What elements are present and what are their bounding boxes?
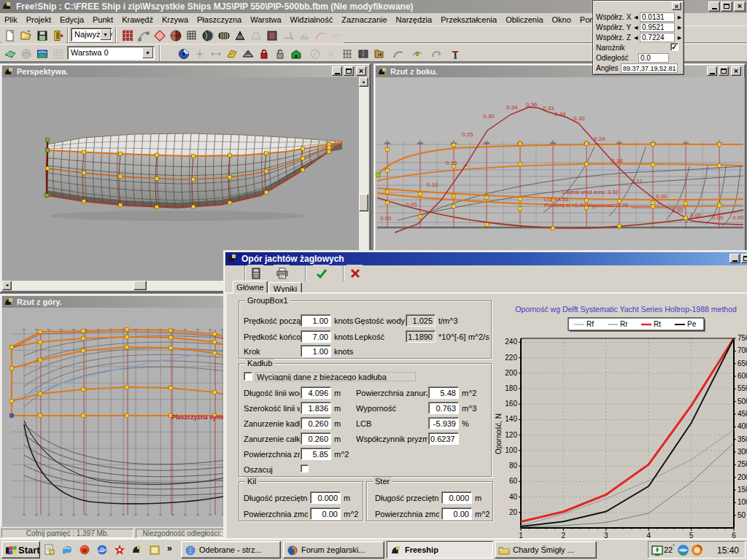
dialog-maximize-button[interactable] (741, 254, 747, 263)
hull-l2-input[interactable]: 0.260 (301, 417, 331, 429)
hull-r2-input[interactable]: -5.939 (428, 417, 459, 429)
toolbar-button-fair-curve[interactable] (390, 45, 406, 61)
toolbar-button-curvature[interactable] (311, 27, 328, 43)
quicklaunch-internet-explorer-icon[interactable] (96, 544, 109, 556)
main-minimize-button[interactable] (708, 1, 720, 12)
menu-item-2[interactable]: Edycja (55, 14, 88, 26)
toolbar-button-transform-curl[interactable] (427, 45, 444, 61)
spin-left-icon[interactable]: ◀ (634, 15, 638, 20)
network-globe-tray-icon[interactable] (677, 544, 689, 556)
toolbar-button-interior-edges[interactable] (151, 27, 167, 43)
spin-left-icon[interactable]: ◀ (634, 35, 638, 40)
perspective-vscroll-thumb[interactable] (359, 194, 368, 211)
toolbar-button-gauss-curvature[interactable] (18, 45, 34, 61)
toolbar-button-developability[interactable] (34, 45, 50, 61)
dialog-minimize-button[interactable] (729, 254, 740, 263)
toolbar-button-add-point[interactable] (191, 45, 207, 61)
hull-r0-input[interactable]: 5.48 (428, 386, 459, 399)
side-view-minimize-button[interactable] (707, 66, 717, 76)
distance-value[interactable]: 0.0 (638, 53, 669, 63)
quicklaunch-messenger-icon[interactable] (61, 544, 74, 556)
spin-right-icon[interactable]: ▶ (678, 25, 681, 30)
toolbar-button-control-net[interactable] (119, 27, 135, 43)
toolbar-button-delete-selected[interactable] (446, 45, 462, 61)
menu-item-13[interactable]: Okno (548, 14, 576, 26)
hull-r1-input[interactable]: 0.763 (428, 402, 459, 414)
hull-l0-input[interactable]: 4.096 (301, 386, 331, 399)
perspective-minimize-button[interactable] (332, 66, 342, 76)
toolbar-button-diagonals[interactable] (247, 27, 263, 43)
coord-value-x[interactable]: 0.0131 (640, 12, 675, 22)
toolbar-button-markers[interactable] (328, 27, 344, 43)
coordinate-panel-titlebar[interactable]: × (595, 2, 682, 11)
coord-value-y[interactable]: 0.9521 (640, 23, 675, 32)
side-view-close-button[interactable]: × (731, 66, 741, 76)
quicklaunch-freeship-icon[interactable] (131, 544, 144, 556)
menu-item-3[interactable]: Punkt (88, 14, 117, 26)
toolbar-button-layer-colors[interactable] (175, 45, 191, 61)
toolbar-button-save-file[interactable] (34, 27, 50, 43)
perspective-close-button[interactable]: × (356, 66, 366, 76)
start-button[interactable]: Start (1, 541, 40, 559)
toolbar-button-unlock-points[interactable] (271, 45, 287, 61)
estimate-checkbox[interactable] (301, 464, 309, 472)
print-button[interactable] (274, 265, 290, 281)
quicklaunch-document-icon[interactable] (44, 544, 56, 556)
hull-l1-input[interactable]: 1.836 (301, 402, 331, 414)
toolbar-button-new-file[interactable] (1, 27, 18, 43)
spin-left-icon[interactable]: ◀ (634, 25, 638, 30)
g1-row1-value2[interactable]: 1.1890 (406, 330, 436, 343)
menu-item-9[interactable]: Zaznaczanie (337, 14, 391, 26)
toolbar-button-align-points[interactable] (207, 45, 223, 61)
menu-item-7[interactable]: Warstwa (246, 14, 285, 26)
side-view-titlebar[interactable]: Rzut z boku. × (376, 66, 743, 77)
coordinate-panel-close-button[interactable]: × (672, 2, 681, 10)
toolbar-button-stations[interactable] (199, 27, 215, 43)
quicklaunch-folder-yellow-icon[interactable] (149, 544, 161, 556)
keel0-input[interactable]: 0.000 (310, 491, 341, 504)
menu-item-10[interactable]: Narzędzia (392, 14, 437, 26)
g1-row0-input[interactable]: 1.00 (301, 314, 331, 327)
toolbar-button-remove-grid[interactable] (338, 45, 355, 61)
precision-combo[interactable]: Najwyższy▼ (71, 28, 112, 42)
hull-r3-input[interactable]: 0.6237 (428, 432, 459, 445)
taskbar-task-2[interactable]: Forum żeglarski... (283, 541, 384, 559)
accept-button[interactable] (313, 265, 329, 281)
main-close-button[interactable]: × (734, 1, 746, 12)
taskbar-task-4[interactable]: Chardy Śmigły ... (495, 541, 597, 559)
spin-right-icon[interactable]: ▶ (678, 15, 681, 20)
toolbar-button-deselect-all[interactable] (306, 45, 322, 61)
toolbar-button-open-file[interactable] (18, 27, 34, 43)
toolbar-button-background-grid[interactable] (50, 45, 66, 61)
toolbar-button-hydrostatic-features[interactable]: B (263, 27, 279, 43)
perspective-maximize-button[interactable] (344, 66, 354, 76)
hull-l4-input[interactable]: 5.85 (301, 448, 331, 460)
side-view-maximize-button[interactable] (719, 66, 729, 76)
angles-value[interactable]: 89.37,37.19,52.81 (621, 63, 678, 73)
quick-launch-chevron[interactable]: » (167, 543, 172, 553)
updater-tray-icon[interactable] (691, 544, 703, 556)
menu-item-11[interactable]: Przekształcenia (436, 14, 501, 26)
gpu-monitor-tray-icon[interactable] (651, 545, 663, 556)
toolbar-button-mirror-image[interactable] (355, 45, 371, 61)
coord-value-z[interactable]: 0.7224 (640, 33, 675, 42)
menu-item-4[interactable]: Krawędź (117, 14, 158, 26)
g1-row0-value2[interactable]: 1.025 (406, 314, 436, 327)
dialog-titlebar[interactable]: Opór jachtów żaglowych (225, 252, 747, 265)
menu-item-12[interactable]: Obliczenia (501, 14, 547, 26)
quicklaunch-winamp-star-icon[interactable] (114, 544, 126, 556)
toolbar-button-buttocks[interactable] (215, 27, 231, 43)
layer-combo[interactable]: Warstwa 0▼ (67, 46, 155, 60)
menu-item-0[interactable]: Plik (0, 14, 22, 26)
menu-item-5[interactable]: Krzywa (158, 14, 193, 26)
menu-item-6[interactable]: Płaszczyzna (193, 14, 246, 26)
corner-checkbox[interactable]: ✓ (670, 43, 678, 51)
tab-wyniki[interactable]: Wyniki (268, 282, 302, 293)
hull-l3-input[interactable]: 0.260 (301, 432, 331, 445)
combo-dropdown-arrow-icon[interactable]: ▼ (142, 47, 153, 58)
hull-extract-checkbox[interactable] (244, 372, 252, 381)
cancel-button[interactable] (347, 265, 363, 281)
toolbar-button-waterlines[interactable] (231, 27, 247, 43)
rudder1-input[interactable]: 0.00 (441, 508, 472, 520)
perspective-hscroll-thumb[interactable] (133, 281, 147, 290)
